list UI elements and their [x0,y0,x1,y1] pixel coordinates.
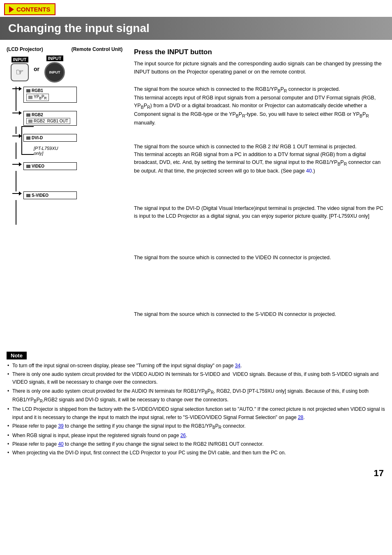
note-title: Note [7,352,27,359]
note-link-26[interactable]: 26 [180,433,186,438]
note-item-1: To turn off the input signal on-screen d… [7,362,385,370]
note-list: To turn off the input signal on-screen d… [7,362,385,457]
note-item-6: When RGB signal is input, please input t… [7,432,385,440]
descriptions-column: Press the INPUT button The input source … [134,46,385,345]
col-header-remote: (Remote Control Unit) [68,46,126,52]
note-item-5: Please refer to page 39 to change the se… [7,422,385,431]
input-buttons-row: INPUT ☞ or INPUT INPUT [11,55,126,83]
page-title-bar: Changing the input signal [0,17,392,40]
remote-input-device: INPUT INPUT [44,55,65,83]
rgb2-desc-text: The signal from the source which is conn… [134,143,385,175]
press-desc: The input source for picture signals and… [134,60,385,76]
note-link-34[interactable]: 34 [235,363,240,368]
rgb1-desc-text: The signal from the source which is conn… [134,85,385,127]
dvid-description: The signal input to the DVI-D (Digital V… [134,203,385,239]
contents-label: CONTENTS [16,6,51,13]
pt-l759xu-annotation: [PT-L759XUonly] [34,146,58,159]
note-item-7: Please refer to page 40 to change the se… [7,440,385,448]
lcd-input-device: INPUT ☞ [11,57,29,81]
note-link-28[interactable]: 28 [298,415,303,420]
video-description: The signal from the source which is conn… [134,252,385,288]
video-signal-box: VIDEO [23,162,77,170]
remote-input-label: INPUT [46,55,63,61]
note-link-40b[interactable]: 40 [58,441,63,447]
contents-button[interactable]: CONTENTS [4,3,55,15]
signal-flow-diagram: RGB1 YPBPR [7,87,126,225]
rgb1-signal-box: RGB1 YPBPR [23,87,77,103]
note-item-8: When projecting via the DVI-D input, fir… [7,449,385,457]
svideo-description: The signal from the source which is conn… [134,309,385,345]
press-section: Press the INPUT button The input source … [134,46,385,76]
svideo-desc-text: The signal from the source which is conn… [134,311,336,318]
note-item-2: There is only one audio system circuit p… [7,371,385,386]
diagram-column: (LCD Projector) (Remote Control Unit) IN… [7,46,126,345]
arrow-icon [9,6,14,13]
page-title: Changing the input signal [8,22,384,35]
rgb2-signal-box: RGB2 RGB2 RGB1 OUT [23,111,77,126]
lcd-input-label: INPUT [12,57,28,62]
dvid-desc-text: The signal input to the DVI-D (Digital V… [134,205,385,220]
note-link-39[interactable]: 39 [58,423,63,429]
rgb2-description: The signal from the source which is conn… [134,141,385,195]
lcd-input-button[interactable]: ☞ [11,63,29,81]
note-item-3: There is only one audio system circuit p… [7,387,385,405]
rgb1-description: The signal from the source which is conn… [134,84,385,137]
remote-input-button[interactable]: INPUT [44,62,65,83]
press-title: Press the INPUT button [134,48,385,56]
or-text: or [34,66,39,72]
dvid-signal-box: DVI-D [23,134,77,142]
link-page40[interactable]: 40 [306,168,312,174]
page-number: 17 [0,464,392,483]
note-item-4: The LCD Projector is shipped from the fa… [7,405,385,421]
note-section: Note To turn off the input signal on-scr… [7,352,385,457]
svideo-signal-box: S-VIDEO [23,191,77,199]
col-header-lcd: (LCD Projector) [7,46,68,52]
video-desc-text: The signal from the source which is conn… [134,254,331,262]
